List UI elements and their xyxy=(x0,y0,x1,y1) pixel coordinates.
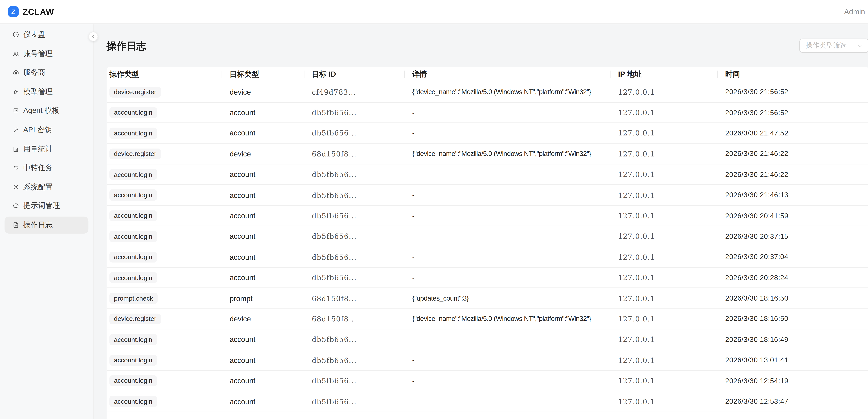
sidebar-item-label: Agent 模板 xyxy=(23,106,59,116)
cell-operation: account.login xyxy=(106,329,227,350)
cell-operation: prompt.check xyxy=(106,288,227,308)
cell-target-type: device xyxy=(227,82,309,102)
cloud-icon xyxy=(12,69,19,76)
column-header: 详情 xyxy=(409,67,615,82)
cell-time: 2026/3/30 21:46:13 xyxy=(722,185,868,205)
cell-target-id: 68d150f8... xyxy=(309,144,409,164)
column-header: 目标类型 xyxy=(227,67,309,82)
cell-operation: device.register xyxy=(106,82,227,102)
cell-ip: 127.0.0.1 xyxy=(615,308,722,329)
cell-ip: 127.0.0.1 xyxy=(615,329,722,350)
cell-time: 2026/3/30 21:47:52 xyxy=(722,123,868,144)
table-row: account.loginaccountdb5fb656...-127.0.0.… xyxy=(106,102,868,123)
sidebar-item-label: 模型管理 xyxy=(23,87,53,97)
cell-detail: {"updates_count":3} xyxy=(409,288,615,308)
sidebar-item-users[interactable]: 账号管理 xyxy=(4,45,88,62)
cell-detail: {"device_name":"Mozilla/5.0 (Windows NT"… xyxy=(409,308,615,329)
cell-target-type: account xyxy=(227,164,309,185)
user-menu[interactable]: Admin xyxy=(844,7,865,16)
sidebar-item-chat[interactable]: 提示词管理 xyxy=(4,198,88,214)
cell-time: 2026/3/30 20:28:24 xyxy=(722,267,868,288)
sidebar-item-document[interactable]: 操作日志 xyxy=(4,216,88,234)
operation-tag: account.login xyxy=(110,355,157,366)
chevron-down-icon xyxy=(857,43,863,49)
cell-time: 2026/3/30 20:37:15 xyxy=(722,226,868,247)
sidebar-item-plug[interactable]: 模型管理 xyxy=(4,83,88,100)
sidebar-item-robot[interactable]: Agent 模板 xyxy=(4,102,88,119)
table-header-row: 操作类型目标类型目标 ID详情IP 地址时间 xyxy=(106,67,868,82)
sidebar-item-gear[interactable]: 系统配置 xyxy=(4,179,88,196)
cell-ip: 127.0.0.1 xyxy=(615,226,722,247)
cell-detail: - xyxy=(409,123,615,144)
cell-target-type: account xyxy=(227,185,309,205)
cell-operation: account.login xyxy=(106,164,227,185)
cell-ip: 127.0.0.1 xyxy=(615,288,722,308)
top-header: Z ZCLAW Admin xyxy=(0,0,868,24)
sidebar-item-dashboard[interactable]: 仪表盘 xyxy=(4,26,88,43)
cell-time: 2026/3/30 21:46:22 xyxy=(722,164,868,185)
cell-time: 2026/3/30 20:41:59 xyxy=(722,205,868,226)
sidebar-item-cloud[interactable]: 服务商 xyxy=(4,64,88,81)
operation-tag: account.login xyxy=(110,128,157,139)
table-row: prompt.checkprompt68d150f8...{"updates_c… xyxy=(106,288,868,308)
cell-target-id: db5fb656... xyxy=(309,329,409,350)
cell-target-id: db5fb656... xyxy=(309,185,409,205)
table-row: account.loginaccountdb5fb656...-127.0.0.… xyxy=(106,226,868,247)
cell-operation: account.login xyxy=(106,185,227,205)
table-row: account.loginaccountdb5fb656...-127.0.0.… xyxy=(106,391,868,412)
filter-placeholder: 操作类型筛选 xyxy=(806,41,847,51)
gear-icon xyxy=(12,183,19,190)
sidebar-item-bar-chart[interactable]: 用量统计 xyxy=(4,140,88,157)
sidebar-item-label: 提示词管理 xyxy=(23,201,60,211)
cell-operation: account.login xyxy=(106,350,227,370)
cell-target-type: account xyxy=(227,226,309,247)
cell-detail: - xyxy=(409,226,615,247)
table-row: device.registerdevice68d150f8...{"device… xyxy=(106,144,868,164)
table-row: account.loginaccountdb5fb656...-127.0.0.… xyxy=(106,205,868,226)
cell-time: 2026/3/30 12:54:19 xyxy=(722,370,868,391)
operation-tag: device.register xyxy=(110,87,161,97)
key-icon xyxy=(12,126,19,133)
transfer-icon xyxy=(12,164,19,171)
cell-operation: account.login xyxy=(106,102,227,123)
cell-detail: - xyxy=(409,267,615,288)
users-icon xyxy=(12,50,19,57)
column-header: 目标 ID xyxy=(309,67,409,82)
document-icon xyxy=(12,222,19,229)
operation-type-filter[interactable]: 操作类型筛选 xyxy=(799,39,868,53)
cell-time: 2026/3/30 13:01:41 xyxy=(722,350,868,370)
operation-tag: account.login xyxy=(110,334,157,345)
cell-time: 2026/3/30 12:53:47 xyxy=(722,391,868,412)
cell-target-id: db5fb656... xyxy=(309,391,409,412)
sidebar-collapse-button[interactable] xyxy=(88,32,98,41)
cell-target-type: account xyxy=(227,205,309,226)
cell-ip: 127.0.0.1 xyxy=(615,144,722,164)
sidebar-item-label: 中转任务 xyxy=(23,163,53,173)
brand-name: ZCLAW xyxy=(23,7,54,17)
page-title: 操作日志 xyxy=(106,39,146,53)
cell-detail: - xyxy=(409,329,615,350)
sidebar-item-transfer[interactable]: 中转任务 xyxy=(4,159,88,176)
sidebar: 仪表盘账号管理服务商模型管理Agent 模板API 密钥用量统计中转任务系统配置… xyxy=(0,24,94,419)
cell-detail: - xyxy=(409,391,615,412)
cell-target-type: prompt xyxy=(227,288,309,308)
table-row: account.loginaccountdb5fb656...-127.0.0.… xyxy=(106,350,868,370)
cell-ip: 127.0.0.1 xyxy=(615,123,722,144)
cell-target-id: db5fb656... xyxy=(309,370,409,391)
cell-detail: - xyxy=(409,164,615,185)
sidebar-item-key[interactable]: API 密钥 xyxy=(4,121,88,139)
cell-target-type: account xyxy=(227,391,309,412)
cell-target-id: db5fb656... xyxy=(309,226,409,247)
operation-tag: account.login xyxy=(110,251,157,263)
app: Z ZCLAW Admin 仪表盘账号管理服务商模型管理Agent 模板API … xyxy=(0,0,868,419)
cell-target-type: account xyxy=(227,329,309,350)
cell-target-id: db5fb656... xyxy=(309,247,409,267)
sidebar-item-label: 用量统计 xyxy=(23,144,53,154)
sidebar-item-label: 仪表盘 xyxy=(23,30,45,40)
cell-time: 2026/3/30 21:46:22 xyxy=(722,144,868,164)
logs-table: 操作类型目标类型目标 ID详情IP 地址时间 device.registerde… xyxy=(106,67,868,412)
cell-time: 2026/3/30 21:56:52 xyxy=(722,102,868,123)
operation-tag: prompt.check xyxy=(110,293,158,304)
cell-time: 2026/3/30 21:56:52 xyxy=(722,82,868,102)
cell-detail: - xyxy=(409,370,615,391)
